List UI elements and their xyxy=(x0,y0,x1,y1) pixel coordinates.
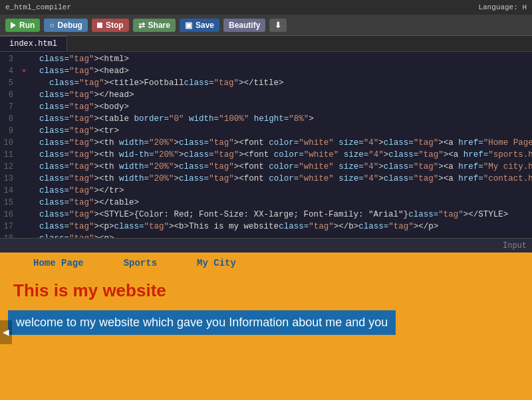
preview-nav: Home PageSportsMy City xyxy=(0,252,532,274)
run-label: Run xyxy=(19,21,35,30)
save-button[interactable]: ▣ Save xyxy=(180,19,219,32)
line-content: class="tag"><STYLE>{Color: Red; Font-Siz… xyxy=(29,209,508,221)
upload-button[interactable]: ⬇ xyxy=(269,19,287,32)
line-number: 18 xyxy=(0,233,19,238)
code-line: 8 class="tag"><table border="0" width="1… xyxy=(0,113,532,125)
editor-area[interactable]: 3 class="tag"><html>4× class="tag"><head… xyxy=(0,52,532,238)
save-icon: ▣ xyxy=(185,21,192,30)
preview-nav-link[interactable]: Home Page xyxy=(33,258,84,268)
preview-nav-link[interactable]: Sports xyxy=(124,258,157,268)
code-line: 15 class="tag"></table> xyxy=(0,197,532,209)
line-content: class="tag"><th width="20%">class="tag">… xyxy=(29,173,532,185)
stop-label: Stop xyxy=(106,21,124,30)
line-number: 9 xyxy=(0,125,19,137)
line-content: class="tag"><head> xyxy=(29,65,129,77)
beautify-label: Beautify xyxy=(229,21,260,30)
line-number: 11 xyxy=(0,149,19,161)
left-arrow-button[interactable]: ◀ xyxy=(0,320,12,344)
code-line: 12 class="tag"><th width="20%">class="ta… xyxy=(0,161,532,173)
line-number: 3 xyxy=(0,53,19,65)
tab-filename: index.html xyxy=(9,39,57,49)
line-content: class="tag"><p>class="tag"><b>This is my… xyxy=(29,221,438,233)
share-label: Share xyxy=(148,21,170,30)
preview-area: ◀ Home PageSportsMy City This is my webs… xyxy=(0,252,532,400)
code-line: 7 class="tag"><body> xyxy=(0,101,532,113)
toolbar: Run ○ Debug Stop ⇄ Share ▣ Save Beautify… xyxy=(0,15,532,36)
preview-body-text: welcome to my website which gave you Inf… xyxy=(8,310,396,335)
line-number: 14 xyxy=(0,185,19,197)
code-line: 14 class="tag"></tr> xyxy=(0,185,532,197)
code-line: 4× class="tag"><head> xyxy=(0,65,532,77)
code-line: 18 class="tag"><p> xyxy=(0,233,532,238)
debug-icon: ○ xyxy=(49,21,54,30)
line-content: class="tag"></tr> xyxy=(29,185,124,197)
line-content: class="tag"><table border="0" width="100… xyxy=(29,113,314,125)
upload-icon: ⬇ xyxy=(275,21,281,30)
top-bar: e_html_compiler Language: H xyxy=(0,0,532,15)
stop-button[interactable]: Stop xyxy=(92,19,129,32)
line-content: class="tag"><th width="20%">class="tag">… xyxy=(29,137,532,149)
run-icon xyxy=(11,22,16,29)
line-number: 15 xyxy=(0,197,19,209)
language-label: Language: H xyxy=(478,3,527,11)
stop-icon xyxy=(97,23,102,28)
line-number: 6 xyxy=(0,89,19,101)
preview-nav-link[interactable]: My City xyxy=(197,258,236,268)
code-line: 3 class="tag"><html> xyxy=(0,53,532,65)
debug-label: Debug xyxy=(58,21,82,30)
share-button[interactable]: ⇄ Share xyxy=(133,19,176,32)
code-line: 9 class="tag"><tr> xyxy=(0,125,532,137)
line-number: 17 xyxy=(0,221,19,233)
line-content: class="tag"><title>Footballclass="tag"><… xyxy=(29,77,284,89)
code-line: 11 class="tag"><th wid-th="20%">class="t… xyxy=(0,149,532,161)
line-content: class="tag"><th wid-th="20%">class="tag"… xyxy=(29,149,532,161)
line-content: class="tag"><body> xyxy=(29,101,129,113)
code-line: 5 class="tag"><title>Footballclass="tag"… xyxy=(0,77,532,89)
active-tab[interactable]: index.html xyxy=(0,36,67,51)
line-content: class="tag"><p> xyxy=(29,233,114,238)
line-number: 16 xyxy=(0,209,19,221)
line-number: 4 xyxy=(0,65,19,77)
line-number: 7 xyxy=(0,101,19,113)
line-number: 10 xyxy=(0,137,19,149)
tab-bar: index.html xyxy=(0,36,532,52)
save-label: Save xyxy=(196,21,214,30)
preview-title: This is my website xyxy=(0,274,532,308)
line-content: class="tag"></table> xyxy=(29,197,139,209)
share-icon: ⇄ xyxy=(138,21,145,30)
code-line: 17 class="tag"><p>class="tag"><b>This is… xyxy=(0,221,532,233)
line-content: class="tag"></head> xyxy=(29,89,134,101)
beautify-button[interactable]: Beautify xyxy=(223,19,265,32)
debug-button[interactable]: ○ Debug xyxy=(44,19,88,32)
code-line: 13 class="tag"><th width="20%">class="ta… xyxy=(0,173,532,185)
line-content: class="tag"><th width="20%">class="tag">… xyxy=(29,161,532,173)
line-number: 8 xyxy=(0,113,19,125)
code-line: 6 class="tag"></head> xyxy=(0,89,532,101)
code-line: 16 class="tag"><STYLE>{Color: Red; Font-… xyxy=(0,209,532,221)
line-number: 5 xyxy=(0,77,19,89)
bottom-input-bar: Input xyxy=(0,238,532,252)
app-title: e_html_compiler xyxy=(5,3,71,11)
input-label: Input xyxy=(503,241,527,250)
line-indicator: × xyxy=(19,65,29,77)
line-content: class="tag"><tr> xyxy=(29,125,119,137)
line-number: 13 xyxy=(0,173,19,185)
code-line: 10 class="tag"><th width="20%">class="ta… xyxy=(0,137,532,149)
run-button[interactable]: Run xyxy=(5,19,40,32)
line-number: 12 xyxy=(0,161,19,173)
line-content: class="tag"><html> xyxy=(29,53,129,65)
